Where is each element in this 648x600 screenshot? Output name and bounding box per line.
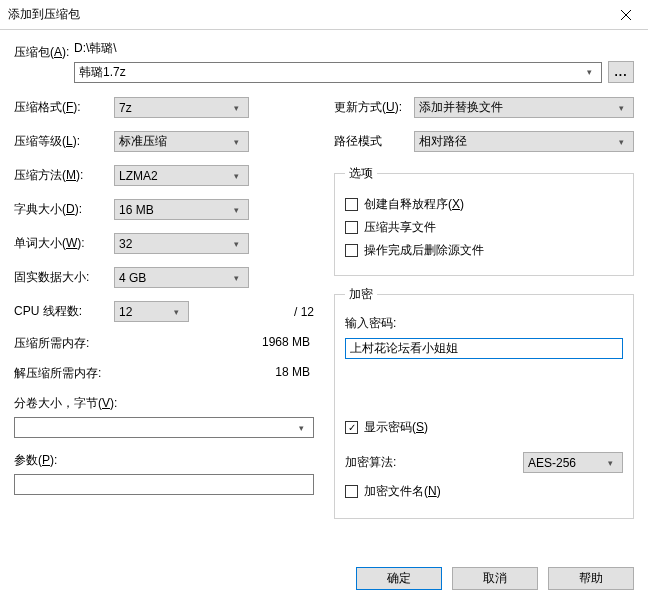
chevron-down-icon: ▾ [582, 67, 597, 77]
split-label: 分卷大小，字节(V): [14, 395, 314, 412]
chevron-down-icon: ▾ [229, 239, 244, 249]
params-input[interactable] [14, 474, 314, 495]
level-combo[interactable]: 标准压缩▾ [114, 131, 249, 152]
cancel-button[interactable]: 取消 [452, 567, 538, 590]
solid-combo[interactable]: 4 GB▾ [114, 267, 249, 288]
algo-combo[interactable]: AES-256▾ [523, 452, 623, 473]
options-legend: 选项 [345, 165, 377, 182]
mem-compress-label: 压缩所需内存: [14, 335, 89, 352]
password-label: 输入密码: [345, 315, 623, 332]
sfx-checkbox[interactable] [345, 198, 358, 211]
window-title: 添加到压缩包 [8, 6, 80, 23]
options-group: 选项 创建自释放程序(X) 压缩共享文件 操作完成后删除源文件 [334, 165, 634, 276]
browse-button[interactable]: ... [608, 61, 634, 83]
update-label: 更新方式(U): [334, 99, 414, 116]
solid-label: 固实数据大小: [14, 269, 114, 286]
chevron-down-icon: ▾ [614, 103, 629, 113]
show-password-checkbox[interactable]: ✓ [345, 421, 358, 434]
chevron-down-icon: ▾ [229, 103, 244, 113]
threads-max: / 12 [294, 305, 314, 319]
close-button[interactable] [603, 0, 648, 30]
archive-label: 压缩包(A): [14, 40, 74, 61]
format-combo[interactable]: 7z▾ [114, 97, 249, 118]
split-combo[interactable]: ▾ [14, 417, 314, 438]
threads-label: CPU 线程数: [14, 303, 114, 320]
password-input[interactable]: 上村花论坛看小姐姐 [345, 338, 623, 359]
dict-combo[interactable]: 16 MB▾ [114, 199, 249, 220]
word-label: 单词大小(W): [14, 235, 114, 252]
chevron-down-icon: ▾ [294, 423, 309, 433]
format-label: 压缩格式(F): [14, 99, 114, 116]
shared-label: 压缩共享文件 [364, 219, 436, 236]
chevron-down-icon: ▾ [169, 307, 184, 317]
chevron-down-icon: ▾ [229, 205, 244, 215]
sfx-label: 创建自释放程序(X) [364, 196, 464, 213]
dict-label: 字典大小(D): [14, 201, 114, 218]
archive-name-combo[interactable]: 韩璐1.7z ▾ [74, 62, 602, 83]
ok-button[interactable]: 确定 [356, 567, 442, 590]
titlebar: 添加到压缩包 [0, 0, 648, 30]
archive-path: D:\韩璐\ [74, 40, 634, 57]
mem-compress-value: 1968 MB [262, 335, 310, 352]
mem-decompress-value: 18 MB [275, 365, 310, 382]
footer: 确定 取消 帮助 [0, 556, 648, 600]
chevron-down-icon: ▾ [229, 171, 244, 181]
pathmode-label: 路径模式 [334, 133, 414, 150]
chevron-down-icon: ▾ [229, 273, 244, 283]
encrypt-group: 加密 输入密码: 上村花论坛看小姐姐 ✓显示密码(S) 加密算法: AES-25… [334, 286, 634, 519]
encrypt-names-label: 加密文件名(N) [364, 483, 441, 500]
update-combo[interactable]: 添加并替换文件▾ [414, 97, 634, 118]
chevron-down-icon: ▾ [229, 137, 244, 147]
delete-src-label: 操作完成后删除源文件 [364, 242, 484, 259]
mem-decompress-label: 解压缩所需内存: [14, 365, 101, 382]
params-label: 参数(P): [14, 452, 314, 469]
encrypt-names-checkbox[interactable] [345, 485, 358, 498]
show-password-label: 显示密码(S) [364, 419, 428, 436]
shared-checkbox[interactable] [345, 221, 358, 234]
chevron-down-icon: ▾ [614, 137, 629, 147]
threads-combo[interactable]: 12▾ [114, 301, 189, 322]
pathmode-combo[interactable]: 相对路径▾ [414, 131, 634, 152]
delete-src-checkbox[interactable] [345, 244, 358, 257]
chevron-down-icon: ▾ [603, 458, 618, 468]
algo-label: 加密算法: [345, 454, 396, 471]
word-combo[interactable]: 32▾ [114, 233, 249, 254]
encrypt-legend: 加密 [345, 286, 377, 303]
help-button[interactable]: 帮助 [548, 567, 634, 590]
method-label: 压缩方法(M): [14, 167, 114, 184]
level-label: 压缩等级(L): [14, 133, 114, 150]
method-combo[interactable]: LZMA2▾ [114, 165, 249, 186]
